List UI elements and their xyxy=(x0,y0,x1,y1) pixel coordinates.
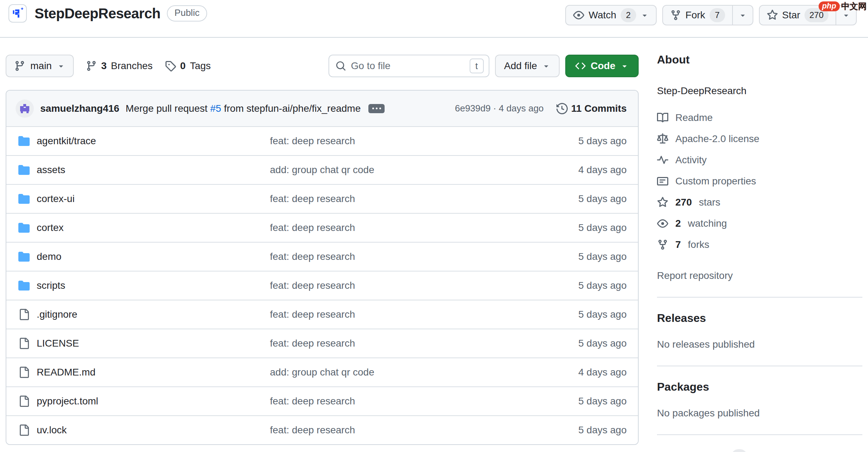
fork-icon xyxy=(670,10,681,21)
commit-date: 4 days ago xyxy=(578,164,627,176)
file-name-link[interactable]: pyproject.toml xyxy=(37,396,98,407)
go-to-file-box[interactable]: t xyxy=(328,55,489,77)
file-name-link[interactable]: uv.lock xyxy=(37,424,67,436)
packages-heading[interactable]: Packages xyxy=(657,380,862,393)
step-logo-icon xyxy=(11,7,24,20)
commit-message-link[interactable]: feat: deep research xyxy=(270,222,578,233)
about-item[interactable]: 7 forks xyxy=(657,238,862,251)
file-icon xyxy=(18,396,30,407)
star-icon xyxy=(767,10,778,21)
commit-message-link[interactable]: feat: deep research xyxy=(270,135,578,147)
commit-meta: 6e939d9 · 4 days ago 11 Commits xyxy=(455,103,627,114)
fork-dropdown[interactable] xyxy=(732,6,753,25)
folder-icon xyxy=(18,135,30,147)
code-button[interactable]: Code xyxy=(565,55,639,77)
repo-header: StepDeepResearch Public Watch 2 Fork 7 xyxy=(0,0,868,38)
file-row: cortex feat: deep research 5 days ago xyxy=(6,213,638,242)
commit-message-link[interactable]: Merge pull request xyxy=(126,103,207,114)
file-row: README.md add: group chat qr code 4 days… xyxy=(6,358,638,386)
file-name-cell: uv.lock xyxy=(18,424,270,436)
file-browser: samuelzhang416 Merge pull request #5 fro… xyxy=(6,90,639,445)
file-name-cell: .gitignore xyxy=(18,309,270,320)
add-file-button[interactable]: Add file xyxy=(495,55,560,77)
commit-message-link[interactable]: feat: deep research xyxy=(270,193,578,204)
file-name-link[interactable]: README.md xyxy=(37,367,95,378)
file-name-link[interactable]: LICENSE xyxy=(37,338,79,349)
branches-link[interactable]: 3 Branches xyxy=(86,60,153,72)
commit-message-link[interactable]: feat: deep research xyxy=(270,396,578,407)
page-title[interactable]: StepDeepResearch xyxy=(35,6,161,22)
file-icon xyxy=(18,309,30,320)
repo-owner-avatar[interactable] xyxy=(8,4,27,23)
commit-date: 5 days ago xyxy=(578,338,627,349)
divider xyxy=(657,297,862,298)
commit-message-link[interactable]: feat: deep research xyxy=(270,280,578,291)
star-icon xyxy=(657,197,668,208)
code-icon xyxy=(575,61,586,71)
releases-empty-text: No releases published xyxy=(657,339,862,350)
releases-heading[interactable]: Releases xyxy=(657,312,862,325)
watch-button[interactable]: Watch 2 xyxy=(565,5,656,25)
about-item[interactable]: Apache-2.0 license xyxy=(657,133,862,145)
commits-history-link[interactable]: 11 Commits xyxy=(556,103,627,114)
current-branch: main xyxy=(30,60,52,72)
about-item[interactable]: Activity xyxy=(657,154,862,166)
about-item-label: Readme xyxy=(675,112,713,123)
folder-icon xyxy=(18,193,30,204)
divider xyxy=(657,434,862,435)
file-name-link[interactable]: cortex-ui xyxy=(37,193,74,204)
commit-hash[interactable]: 6e939d9 xyxy=(455,103,490,114)
commit-message-link[interactable]: feat: deep research xyxy=(270,338,578,349)
commit-message-link[interactable]: add: group chat qr code xyxy=(270,164,578,176)
fork-count: 7 xyxy=(710,8,725,22)
file-name-link[interactable]: assets xyxy=(37,164,65,176)
page-layout: main 3 Branches 0 Tags t A xyxy=(0,38,868,452)
about-item[interactable]: Custom properties xyxy=(657,175,862,188)
commit-message-link[interactable]: add: group chat qr code xyxy=(270,367,578,378)
about-item[interactable]: 270 stars xyxy=(657,196,862,209)
file-name-link[interactable]: .gitignore xyxy=(37,309,77,320)
about-item[interactable]: Readme xyxy=(657,111,862,124)
packages-empty-text: No packages published xyxy=(657,408,862,419)
commit-date: 5 days ago xyxy=(578,135,627,147)
fork-button[interactable]: Fork 7 xyxy=(662,5,753,25)
file-icon xyxy=(18,424,30,436)
watch-count: 2 xyxy=(621,8,636,22)
pulse-icon xyxy=(657,154,668,166)
report-repository-link[interactable]: Report repository xyxy=(657,270,733,281)
commit-message-link[interactable]: feat: deep research xyxy=(270,309,578,320)
chevron-down-icon xyxy=(739,11,747,19)
file-name-cell: LICENSE xyxy=(18,338,270,349)
commit-message-link[interactable]: feat: deep research xyxy=(270,424,578,436)
file-name-link[interactable]: cortex xyxy=(37,222,64,233)
commit-message-link[interactable]: from stepfun-ai/phe/fix_readme xyxy=(224,103,361,114)
tags-label: Tags xyxy=(190,60,211,72)
commit-message-expander[interactable] xyxy=(368,104,385,113)
contributors-heading[interactable]: Contributors xyxy=(657,450,725,452)
contributors-heading-row: Contributors 4 xyxy=(657,449,862,452)
avatar[interactable] xyxy=(16,99,34,118)
pr-number-link[interactable]: #5 xyxy=(210,103,221,114)
file-icon xyxy=(18,367,30,378)
chevron-down-icon xyxy=(640,11,649,19)
file-name-link[interactable]: agentkit/trace xyxy=(37,135,96,147)
site-watermark: php 中文网 xyxy=(819,1,867,12)
branch-selector-button[interactable]: main xyxy=(6,55,74,77)
branches-count: 3 xyxy=(101,60,107,72)
chevron-down-icon xyxy=(620,62,629,70)
commit-hash-and-time[interactable]: 6e939d9 · 4 days ago xyxy=(455,103,544,114)
commit-message-link[interactable]: feat: deep research xyxy=(270,251,578,262)
file-row: demo feat: deep research 5 days ago xyxy=(6,242,638,271)
file-row: cortex-ui feat: deep research 5 days ago xyxy=(6,184,638,213)
commit-author-link[interactable]: samuelzhang416 xyxy=(40,103,119,114)
file-name-cell: cortex xyxy=(18,222,270,233)
go-to-file-input[interactable] xyxy=(351,60,465,72)
tags-count: 0 xyxy=(180,60,186,72)
folder-icon xyxy=(18,251,30,262)
file-name-link[interactable]: demo xyxy=(37,251,61,262)
file-icon xyxy=(18,338,30,349)
commit-date: 5 days ago xyxy=(578,424,627,436)
tags-link[interactable]: 0 Tags xyxy=(165,60,211,72)
file-name-link[interactable]: scripts xyxy=(37,280,65,291)
about-item[interactable]: 2 watching xyxy=(657,217,862,230)
